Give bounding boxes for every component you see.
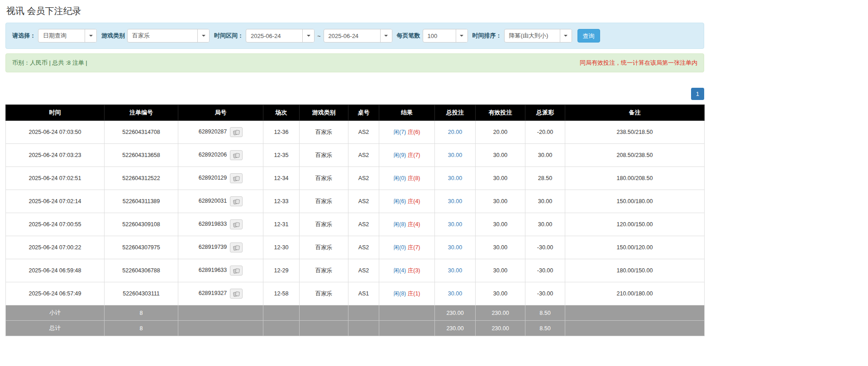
total-bet-link[interactable]: 30.00 — [448, 290, 462, 297]
round-detail-button[interactable] — [230, 289, 243, 299]
caret-down-icon — [89, 35, 93, 37]
subtotal-payout: 8.50 — [525, 305, 565, 321]
cell-payout: -30.00 — [525, 282, 565, 305]
cell-total-bet: 30.00 — [435, 259, 476, 282]
search-button[interactable]: 查询 — [577, 29, 600, 43]
col-header-payout: 总派彩 — [525, 105, 565, 121]
total-bet-link[interactable]: 20.00 — [448, 129, 462, 135]
summary-currency-count: 币别：人民币 | 总共 :8 注单 | — [12, 59, 87, 67]
caret-down-icon[interactable] — [302, 29, 314, 42]
cell-session: 12-31 — [263, 213, 300, 236]
cards-icon — [233, 152, 240, 158]
result-player: 闲(9) — [393, 152, 406, 158]
table-row: 2025-06-24 07:02:51 522604312522 6289201… — [6, 167, 705, 190]
date-from-picker[interactable]: 2025-06-24 — [246, 29, 315, 43]
pagination-page-1[interactable]: 1 — [691, 88, 704, 100]
tilde-separator: ~ — [317, 33, 321, 39]
cell-payout: 30.00 — [525, 213, 565, 236]
table-row: 2025-06-24 07:00:22 522604307975 6289197… — [6, 236, 705, 259]
per-page-dropdown[interactable]: 100 — [423, 29, 468, 43]
table-row: 2025-06-24 06:59:48 522604306788 6289196… — [6, 259, 705, 282]
round-detail-button[interactable] — [230, 173, 243, 183]
footer-empty-cell — [300, 321, 348, 336]
cell-valid-bet: 30.00 — [476, 259, 525, 282]
round-detail-button[interactable] — [230, 127, 243, 137]
caret-down-icon — [202, 35, 205, 37]
total-bet-link[interactable]: 30.00 — [448, 221, 462, 228]
cell-total-bet: 30.00 — [435, 282, 476, 305]
page-title: 视讯 会员下注纪录 — [6, 5, 704, 17]
cell-remark: 180.00/208.50 — [565, 167, 705, 190]
sort-order-dropdown[interactable]: 降冪(由大到小) — [504, 29, 572, 43]
round-detail-button[interactable] — [230, 196, 243, 206]
cell-result: 闲(0) 庄(7) — [379, 236, 435, 259]
cell-payout: -30.00 — [525, 236, 565, 259]
col-header-round: 局号 — [178, 105, 263, 121]
round-id: 628919739 — [199, 244, 227, 250]
total-bet-link[interactable]: 30.00 — [448, 152, 462, 158]
date-to-picker[interactable]: 2025-06-24 — [324, 29, 392, 43]
subtotal-count: 8 — [105, 305, 178, 321]
total-bet-link[interactable]: 30.00 — [448, 267, 462, 274]
cell-valid-bet: 30.00 — [476, 144, 525, 167]
cell-table-no: AS2 — [348, 190, 379, 213]
total-bet-link[interactable]: 30.00 — [448, 198, 462, 204]
col-header-session: 场次 — [263, 105, 300, 121]
cell-game: 百家乐 — [300, 236, 348, 259]
cell-table-no: AS2 — [348, 167, 379, 190]
round-id: 628920129 — [199, 175, 227, 181]
cell-payout: -30.00 — [525, 259, 565, 282]
table-row: 2025-06-24 07:00:55 522604309108 6289198… — [6, 213, 705, 236]
cell-result: 闲(8) 庄(4) — [379, 213, 435, 236]
cell-session: 12-58 — [263, 282, 300, 305]
cell-valid-bet: 30.00 — [476, 167, 525, 190]
col-header-total-bet: 总投注 — [435, 105, 476, 121]
cell-result: 闲(9) 庄(7) — [379, 144, 435, 167]
col-header-game: 游戏类别 — [300, 105, 348, 121]
caret-down-icon[interactable] — [85, 29, 96, 42]
cell-remark: 150.00/180.00 — [565, 190, 705, 213]
cell-round: 628919327 — [178, 282, 263, 305]
footer-empty-cell — [263, 305, 300, 321]
date-from-value: 2025-06-24 — [246, 29, 302, 42]
select-type-value: 日期查询 — [38, 29, 85, 42]
filter-bar: 请选择： 日期查询 游戏类别 百家乐 时间区间： 2025-06-24 ~ 20… — [5, 23, 704, 49]
cell-remark: 180.00/150.00 — [565, 259, 705, 282]
game-type-dropdown[interactable]: 百家乐 — [127, 29, 210, 43]
round-id: 628920031 — [199, 198, 227, 204]
round-detail-button[interactable] — [230, 219, 243, 229]
cell-round: 628920031 — [178, 190, 263, 213]
result-player: 闲(8) — [393, 221, 406, 228]
caret-down-icon[interactable] — [380, 29, 392, 42]
round-detail-button[interactable] — [230, 150, 243, 160]
caret-down-icon[interactable] — [456, 29, 467, 42]
records-table: 时间 注单编号 局号 场次 游戏类别 桌号 结果 总投注 有效投注 总派彩 备注… — [5, 105, 705, 336]
cell-result: 闲(4) 庄(3) — [379, 259, 435, 282]
round-detail-button[interactable] — [230, 266, 243, 276]
round-id: 628919833 — [199, 221, 227, 227]
cell-total-bet: 30.00 — [435, 213, 476, 236]
time-range-label: 时间区间： — [214, 32, 243, 40]
round-id: 628919633 — [199, 267, 227, 273]
caret-down-icon[interactable] — [560, 29, 572, 42]
cards-icon — [233, 199, 240, 204]
pagination: 1 — [5, 88, 704, 100]
select-type-dropdown[interactable]: 日期查询 — [38, 29, 97, 43]
sort-order-value: 降冪(由大到小) — [505, 29, 560, 42]
result-player: 闲(6) — [393, 198, 406, 204]
cell-payout: 28.50 — [525, 167, 565, 190]
total-valid-bet: 230.00 — [476, 321, 525, 336]
cell-valid-bet: 30.00 — [476, 236, 525, 259]
cell-session: 12-29 — [263, 259, 300, 282]
total-bet-link[interactable]: 30.00 — [448, 175, 462, 181]
cell-result: 闲(6) 庄(4) — [379, 190, 435, 213]
footer-empty-cell — [379, 305, 435, 321]
cell-game: 百家乐 — [300, 259, 348, 282]
per-page-label: 每页笔数 — [397, 32, 420, 40]
table-row: 2025-06-24 07:03:23 522604313658 6289202… — [6, 144, 705, 167]
cell-remark: 208.50/238.50 — [565, 144, 705, 167]
total-bet-link[interactable]: 30.00 — [448, 244, 462, 251]
caret-down-icon[interactable] — [197, 29, 209, 42]
round-detail-button[interactable] — [230, 242, 243, 252]
col-header-valid-bet: 有效投注 — [476, 105, 525, 121]
